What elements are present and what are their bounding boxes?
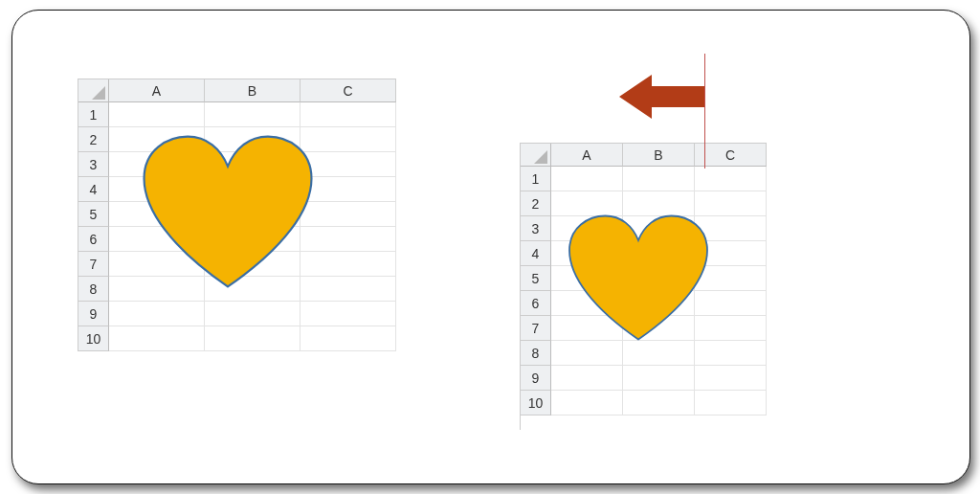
cell[interactable] — [205, 302, 301, 326]
cell[interactable] — [301, 302, 396, 326]
cell[interactable] — [551, 366, 623, 391]
column-header[interactable]: B — [205, 79, 301, 102]
heart-shape[interactable] — [567, 197, 710, 361]
column-header[interactable]: A — [551, 144, 623, 167]
cell[interactable] — [623, 167, 695, 191]
spreadsheet-right[interactable]: ABC12345678910 — [520, 143, 767, 430]
cell[interactable] — [695, 167, 767, 191]
figure-canvas: ABC12345678910 ABC12345678910 — [0, 0, 980, 494]
column-header[interactable]: B — [623, 144, 695, 167]
spreadsheet-left[interactable]: ABC12345678910 — [78, 79, 396, 351]
row-header[interactable]: 9 — [521, 366, 551, 391]
column-header[interactable]: C — [695, 144, 767, 167]
row-header[interactable]: 3 — [78, 152, 109, 177]
row-header[interactable]: 6 — [521, 291, 551, 316]
row-header[interactable]: 10 — [78, 326, 109, 351]
row-header[interactable]: 5 — [78, 202, 109, 227]
column-header[interactable]: C — [301, 79, 396, 102]
left-arrow-icon — [619, 73, 705, 121]
cell[interactable] — [695, 391, 767, 415]
row-header[interactable]: 4 — [78, 177, 109, 202]
cell[interactable] — [205, 326, 301, 351]
select-all-corner[interactable] — [521, 144, 551, 167]
row-header[interactable]: 2 — [521, 191, 551, 216]
cell[interactable] — [551, 391, 623, 415]
cell[interactable] — [109, 102, 205, 127]
row-header[interactable]: 8 — [78, 277, 109, 302]
cell[interactable] — [301, 102, 396, 127]
row-header[interactable]: 1 — [78, 102, 109, 127]
row-header[interactable]: 6 — [78, 227, 109, 252]
cell[interactable] — [205, 102, 301, 127]
heart-shape[interactable] — [136, 133, 320, 293]
vertical-guide-line — [704, 54, 705, 168]
row-header[interactable]: 3 — [521, 216, 551, 241]
row-header[interactable]: 1 — [521, 167, 551, 191]
row-header[interactable]: 4 — [521, 241, 551, 266]
column-header[interactable]: A — [109, 79, 205, 102]
rounded-card: ABC12345678910 ABC12345678910 — [11, 10, 970, 484]
row-header[interactable]: 8 — [521, 341, 551, 366]
cell[interactable] — [623, 366, 695, 391]
cell[interactable] — [109, 326, 205, 351]
select-all-corner[interactable] — [78, 79, 109, 102]
cell[interactable] — [551, 167, 623, 191]
row-header[interactable]: 5 — [521, 266, 551, 291]
row-header[interactable]: 10 — [521, 391, 551, 415]
row-header[interactable]: 9 — [78, 302, 109, 326]
cell[interactable] — [623, 391, 695, 415]
row-header[interactable]: 7 — [78, 252, 109, 277]
cell[interactable] — [695, 366, 767, 391]
row-header[interactable]: 7 — [521, 316, 551, 341]
cell[interactable] — [109, 302, 205, 326]
row-header[interactable]: 2 — [78, 127, 109, 152]
cell[interactable] — [301, 326, 396, 351]
